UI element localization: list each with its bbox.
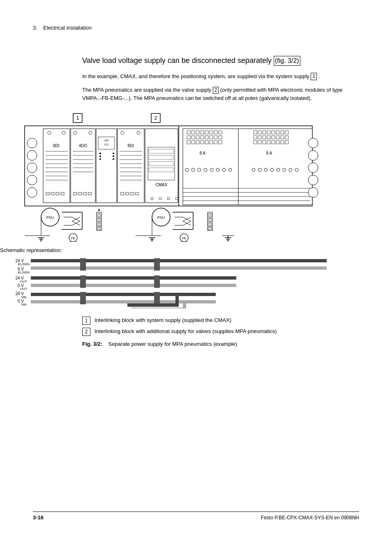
svg-text:8DI: 8DI — [127, 144, 134, 148]
svg-point-48 — [113, 155, 114, 157]
svg-text:0 0: 0 0 — [104, 143, 108, 146]
main-diagram: 1 2 8DI — [0, 110, 337, 242]
schematic-diagram: 24 V EL/SEN 0 V EL/SEN 24 V OUT 0 V OUT … — [0, 255, 337, 308]
svg-text:8 A: 8 A — [266, 151, 272, 155]
svg-point-12 — [48, 131, 51, 134]
svg-rect-239 — [31, 284, 236, 287]
svg-rect-26 — [71, 129, 95, 203]
svg-rect-243 — [80, 275, 86, 288]
legend-text-1: Interlinking block with system supply (s… — [95, 316, 231, 324]
svg-text:EL/SEN: EL/SEN — [18, 271, 30, 274]
svg-point-49 — [113, 158, 114, 160]
svg-point-140 — [258, 168, 261, 171]
svg-point-46 — [99, 158, 101, 160]
svg-text:4DO: 4DO — [79, 144, 88, 148]
fig-caption: Fig. 3/2: Separate power supply for MPA … — [82, 341, 359, 347]
svg-point-134 — [204, 168, 207, 171]
svg-rect-246 — [154, 275, 160, 288]
svg-rect-250 — [183, 301, 186, 308]
legend-item-2: 2 Interlinking block with additional sup… — [82, 327, 359, 336]
svg-rect-80 — [183, 129, 312, 205]
svg-point-152 — [308, 138, 318, 148]
svg-text:PSU: PSU — [46, 215, 54, 220]
svg-text:2: 2 — [154, 115, 157, 121]
ref-1: 1 — [311, 73, 317, 80]
svg-point-137 — [222, 168, 226, 171]
svg-text:A: A — [98, 208, 100, 211]
svg-rect-237 — [31, 266, 327, 270]
svg-point-143 — [277, 168, 280, 171]
svg-point-156 — [308, 187, 318, 197]
svg-text:0/0: 0/0 — [104, 139, 108, 142]
svg-rect-247 — [154, 292, 160, 304]
svg-point-44 — [99, 153, 101, 154]
schematic-section: Schematic representation: 24 V EL/SEN 0 … — [0, 247, 337, 310]
svg-point-153 — [308, 150, 318, 160]
svg-point-73 — [151, 197, 153, 200]
svg-point-132 — [191, 168, 195, 171]
svg-rect-10 — [43, 129, 70, 203]
svg-rect-245 — [154, 258, 160, 271]
svg-point-138 — [228, 168, 232, 171]
svg-point-135 — [210, 168, 213, 171]
fig-ref: (fig. 3/2) — [274, 56, 300, 66]
svg-point-7 — [27, 163, 37, 173]
svg-point-13 — [62, 131, 65, 134]
section-heading: 3. Electrical installation — [33, 25, 359, 31]
svg-rect-236 — [31, 259, 327, 262]
svg-rect-244 — [80, 292, 86, 304]
svg-rect-242 — [80, 258, 86, 271]
svg-point-29 — [89, 131, 92, 134]
svg-point-76 — [175, 197, 178, 200]
page-number: 3-16 — [33, 514, 44, 521]
svg-text:VAL: VAL — [21, 295, 27, 299]
svg-point-133 — [198, 168, 201, 171]
svg-text:PE: PE — [71, 236, 76, 240]
svg-point-9 — [27, 187, 37, 197]
svg-point-6 — [27, 150, 37, 160]
svg-text:8 A: 8 A — [200, 151, 206, 155]
svg-point-75 — [167, 197, 170, 200]
svg-point-142 — [270, 168, 274, 171]
footer-right: Festo P.BE-CPX-CMAX-SYS-EN en 0908NH — [261, 515, 359, 521]
svg-rect-50 — [118, 129, 144, 203]
svg-text:OUT: OUT — [20, 280, 27, 283]
svg-point-74 — [159, 197, 161, 200]
legend-text-2: Interlinking block with additional suppl… — [95, 327, 277, 336]
svg-rect-241 — [31, 300, 216, 303]
svg-point-144 — [283, 168, 286, 171]
svg-point-5 — [27, 138, 37, 148]
svg-point-141 — [264, 168, 267, 171]
fig-caption-label: Fig. 3/2: — [82, 341, 102, 347]
svg-point-154 — [308, 163, 318, 173]
fig-caption-text: Separate power supply for MPA pneumatics… — [108, 341, 237, 347]
page: 3. Electrical installation Valve load vo… — [0, 0, 392, 537]
figure-title: Valve load voltage supply can be disconn… — [82, 56, 359, 66]
svg-point-136 — [216, 168, 219, 171]
svg-point-45 — [99, 155, 101, 157]
schematic-label: Schematic representation: — [0, 247, 337, 253]
section-number: 3. — [33, 25, 37, 31]
svg-point-155 — [308, 175, 318, 185]
paragraph-2: The MPA pneumatics are supplied via the … — [82, 86, 359, 102]
content-area: Valve load voltage supply can be disconn… — [82, 56, 359, 102]
svg-text:1: 1 — [76, 115, 79, 121]
svg-point-47 — [113, 153, 114, 154]
legend-num-2: 2 — [82, 328, 90, 336]
svg-point-131 — [185, 168, 189, 171]
footer: 3-16 Festo P.BE-CPX-CMAX-SYS-EN en 0908N… — [33, 512, 359, 521]
legend-section: 1 Interlinking block with system supply … — [82, 316, 359, 347]
legend-num-1: 1 — [82, 317, 90, 325]
svg-point-139 — [252, 168, 255, 171]
svg-rect-68 — [148, 147, 175, 180]
svg-text:VAL: VAL — [21, 303, 27, 306]
svg-text:PSU: PSU — [157, 215, 165, 220]
svg-point-146 — [295, 168, 298, 171]
svg-rect-249 — [127, 303, 179, 307]
diagram-container: 1 2 8DI — [0, 110, 337, 243]
svg-point-8 — [27, 175, 37, 185]
svg-rect-238 — [31, 276, 236, 280]
ref-2: 2 — [213, 87, 219, 94]
legend-item-1: 1 Interlinking block with system supply … — [82, 316, 359, 325]
svg-point-52 — [121, 131, 124, 134]
